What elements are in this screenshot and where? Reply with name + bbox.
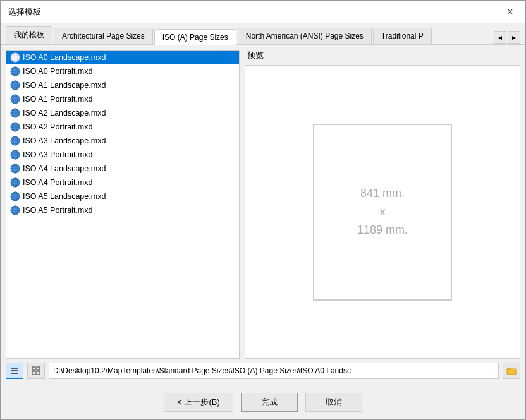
path-input[interactable] xyxy=(49,363,499,379)
main-panels: ISO A0 Landscape.mxd ISO A0 Portrait.mxd… xyxy=(6,50,520,359)
list-item[interactable]: ISO A2 Landscape.mxd xyxy=(6,106,239,120)
list-item[interactable]: ISO A5 Landscape.mxd xyxy=(6,189,239,203)
folder-icon xyxy=(506,366,517,375)
svg-rect-63 xyxy=(32,367,35,370)
file-icon xyxy=(10,52,20,63)
list-item[interactable]: ISO A4 Portrait.mxd xyxy=(6,176,239,189)
list-item[interactable]: ISO A3 Portrait.mxd xyxy=(6,148,239,162)
title-bar: 选择模板 × xyxy=(1,1,525,23)
file-name: ISO A2 Landscape.mxd xyxy=(23,109,106,117)
tab-next-button[interactable]: ► xyxy=(508,31,520,44)
svg-rect-65 xyxy=(32,371,35,375)
svg-rect-60 xyxy=(11,368,18,369)
preview-panel: 预览 841 mm. x 1189 mm. xyxy=(245,50,520,359)
svg-rect-62 xyxy=(11,373,18,374)
cancel-button[interactable]: 取消 xyxy=(305,393,362,412)
file-name: ISO A1 Landscape.mxd xyxy=(23,81,106,90)
browse-button[interactable] xyxy=(503,363,520,379)
finish-button[interactable]: 完成 xyxy=(241,393,298,412)
close-button[interactable]: × xyxy=(503,4,518,20)
file-icon xyxy=(10,191,20,201)
list-item[interactable]: ISO A0 Portrait.mxd xyxy=(6,64,239,78)
tab-my-templates[interactable]: 我的模板 xyxy=(6,26,52,44)
dialog-title: 选择模板 xyxy=(8,6,41,18)
list-item[interactable]: ISO A1 Portrait.mxd xyxy=(6,92,239,106)
file-name: ISO A2 Portrait.mxd xyxy=(23,123,92,131)
preview-height: 1189 mm. xyxy=(357,224,408,236)
file-icon xyxy=(10,108,20,118)
file-name: ISO A1 Portrait.mxd xyxy=(23,95,92,104)
grid-view-icon xyxy=(32,366,40,375)
file-name: ISO A3 Landscape.mxd xyxy=(23,136,106,145)
list-view-icon xyxy=(10,366,19,375)
list-item[interactable]: ISO A3 Landscape.mxd xyxy=(6,134,239,148)
file-icon xyxy=(10,164,20,174)
content-area: ISO A0 Landscape.mxd ISO A0 Portrait.mxd… xyxy=(1,45,525,387)
file-name: ISO A0 Landscape.mxd xyxy=(23,53,106,62)
grid-view-button[interactable] xyxy=(27,363,45,379)
file-icon xyxy=(10,177,20,188)
bottom-bar xyxy=(6,359,520,381)
file-icon xyxy=(10,205,20,215)
svg-rect-64 xyxy=(37,367,40,370)
file-icon xyxy=(10,122,20,132)
svg-rect-66 xyxy=(37,371,40,375)
tab-traditional[interactable]: Traditional P xyxy=(373,28,432,44)
preview-width: 841 mm. xyxy=(360,187,405,200)
back-button[interactable]: < 上一步(B) xyxy=(164,393,233,412)
preview-inner: 841 mm. x 1189 mm. xyxy=(313,124,452,301)
file-list-panel: ISO A0 Landscape.mxd ISO A0 Portrait.mxd… xyxy=(6,50,240,359)
file-icon xyxy=(10,150,20,160)
file-icon xyxy=(10,66,20,76)
file-name: ISO A0 Portrait.mxd xyxy=(23,67,92,76)
tabs-bar: 我的模板 Architectural Page Sizes ISO (A) Pa… xyxy=(1,23,525,45)
tab-architectural[interactable]: Architectural Page Sizes xyxy=(54,28,153,44)
footer-buttons: < 上一步(B) 完成 取消 xyxy=(1,387,525,419)
file-name: ISO A5 Landscape.mxd xyxy=(23,192,106,201)
list-item[interactable]: ISO A0 Landscape.mxd xyxy=(6,51,239,64)
dialog: 选择模板 × 我的模板 Architectural Page Sizes ISO… xyxy=(0,0,526,420)
preview-size-text: 841 mm. x 1189 mm. xyxy=(357,184,408,239)
file-name: ISO A4 Portrait.mxd xyxy=(23,178,92,187)
file-icon xyxy=(10,80,20,90)
tab-iso-a[interactable]: ISO (A) Page Sizes xyxy=(154,29,236,45)
file-name: ISO A4 Landscape.mxd xyxy=(23,164,106,173)
preview-x: x xyxy=(379,205,385,218)
preview-label: 预览 xyxy=(245,50,520,61)
file-icon xyxy=(10,94,20,104)
file-icon xyxy=(10,136,20,146)
tab-nav-buttons: ◄ ► xyxy=(494,31,520,44)
preview-area: 841 mm. x 1189 mm. xyxy=(245,65,520,359)
tab-north-american[interactable]: North American (ANSI) Page Sizes xyxy=(238,28,372,44)
list-view-button[interactable] xyxy=(6,363,23,379)
list-item[interactable]: ISO A5 Portrait.mxd xyxy=(6,203,239,217)
list-item[interactable]: ISO A1 Landscape.mxd xyxy=(6,78,239,92)
tab-prev-button[interactable]: ◄ xyxy=(494,31,506,44)
file-name: ISO A3 Portrait.mxd xyxy=(23,150,92,159)
svg-rect-61 xyxy=(11,370,18,371)
list-item[interactable]: ISO A2 Portrait.mxd xyxy=(6,120,239,134)
file-name: ISO A5 Portrait.mxd xyxy=(23,206,92,215)
list-item[interactable]: ISO A4 Landscape.mxd xyxy=(6,162,239,176)
